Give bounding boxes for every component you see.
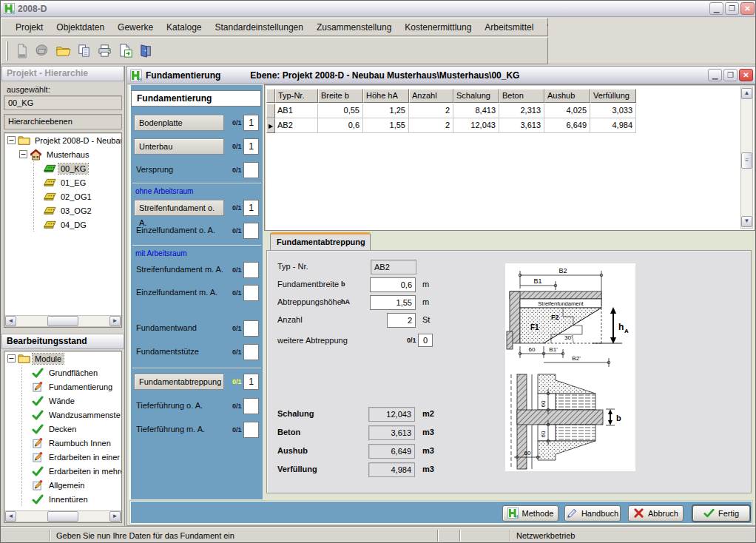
action-button-abbruch[interactable]: Abbruch xyxy=(628,505,684,522)
sidebar-item-count-box[interactable]: 1 xyxy=(243,200,259,216)
menu-item-standardeinstellungen[interactable]: Standardeinstellungen xyxy=(208,20,309,35)
table-cell[interactable]: 12,043 xyxy=(453,118,499,133)
sidebar-item-count-box[interactable]: 1 xyxy=(243,374,259,390)
menu-item-gewerke[interactable]: Gewerke xyxy=(111,20,160,35)
action-button-fertig[interactable]: Fertig xyxy=(692,505,750,522)
scroll-up-button[interactable]: ▲ xyxy=(741,88,752,99)
app-close-button[interactable]: ✕ xyxy=(740,2,755,15)
table-cell[interactable]: 0,55 xyxy=(318,104,363,118)
menu-item-arbeitsmittel[interactable]: Arbeitsmittel xyxy=(478,20,540,35)
table-cell[interactable]: 8,413 xyxy=(453,104,499,118)
sidebar-item-label[interactable]: Streifenfundament m. A. xyxy=(136,265,223,274)
table-column-header-typnr[interactable]: Typ-Nr. xyxy=(275,89,318,103)
sidebar-item-label[interactable]: Tieferführung m. A. xyxy=(136,425,205,434)
table-column-header-breiteb[interactable]: Breite b xyxy=(318,89,363,103)
tree-item-raumbuchinnen[interactable]: Raumbuch Innen xyxy=(4,436,121,450)
open-folder-icon[interactable] xyxy=(54,42,72,60)
app-minimize-button[interactable]: ▁ xyxy=(709,2,723,15)
sidebar-item-label[interactable]: Einzelfundament m. A. xyxy=(136,288,217,297)
tree-expander-minus-icon[interactable] xyxy=(7,136,16,144)
tree-item-musterhaus[interactable]: Musterhaus xyxy=(4,147,121,161)
tree-item-erdarbeitenineiner[interactable]: Erdarbeiten in einer xyxy=(4,450,121,464)
form-field-input[interactable]: 1,55 xyxy=(370,295,416,310)
tree-item-04_dg[interactable]: 04_DG xyxy=(4,217,121,232)
tree-item-wnde[interactable]: Wände xyxy=(4,394,121,408)
menu-item-kataloge[interactable]: Kataloge xyxy=(160,20,208,35)
child-close-button[interactable]: ✕ xyxy=(739,69,753,81)
scrollbar-thumb[interactable]: ≡ xyxy=(741,152,752,169)
tree-item-projekt2008dneubau[interactable]: Projekt 2008-D - Neubau xyxy=(4,133,121,147)
sidebar-item-button[interactable]: Streifenfundament o. A. xyxy=(134,200,224,216)
print-icon[interactable] xyxy=(95,42,113,60)
table-row-selector[interactable] xyxy=(266,104,275,118)
sidebar-item-label[interactable]: Fundamentwand xyxy=(136,323,197,332)
new-document-icon[interactable] xyxy=(13,42,30,60)
table-cell[interactable]: 4,025 xyxy=(544,104,590,118)
sidebar-item-label[interactable]: Einzelfundament o. A. xyxy=(136,226,215,235)
menu-item-projekt[interactable]: Projekt xyxy=(9,20,50,35)
child-maximize-button[interactable]: ❐ xyxy=(723,69,738,81)
scroll-left-button[interactable]: ◄ xyxy=(5,511,16,522)
sidebar-item-count-box[interactable] xyxy=(243,262,259,278)
tree-item-wandzusammenste[interactable]: Wandzusammenste xyxy=(4,408,121,422)
table-column-header-hheha[interactable]: Höhe hA xyxy=(363,89,409,103)
table-cell[interactable]: 2,313 xyxy=(499,104,544,118)
sidebar-item-button[interactable]: Unterbau xyxy=(134,138,224,155)
table-cell[interactable]: 4,984 xyxy=(590,118,636,133)
hierarchy-hscrollbar[interactable]: ◄ ► xyxy=(4,315,121,327)
sidebar-item-label[interactable]: Fundamentstütze xyxy=(136,347,199,356)
progress-hscrollbar[interactable]: ◄ ► xyxy=(4,510,121,522)
table-column-header-anzahl[interactable]: Anzahl xyxy=(409,89,453,103)
tree-item-module[interactable]: Module xyxy=(4,351,121,365)
sidebar-item-count-box[interactable] xyxy=(243,344,259,360)
table-cell[interactable]: 1,25 xyxy=(363,104,409,118)
scrollbar-thumb[interactable] xyxy=(47,511,78,522)
menu-item-objektdaten[interactable]: Objektdaten xyxy=(50,20,111,35)
scroll-left-button[interactable]: ◄ xyxy=(5,316,16,326)
sidebar-item-count-box[interactable]: 1 xyxy=(243,115,259,131)
scroll-right-button[interactable]: ► xyxy=(109,511,121,522)
export-document-icon[interactable] xyxy=(116,42,134,60)
table-cell[interactable]: 2 xyxy=(409,104,453,118)
sidebar-item-label[interactable]: Versprung xyxy=(136,165,173,174)
table-column-header-verfllung[interactable]: Verfüllung xyxy=(590,89,636,103)
table-cell[interactable]: AB1 xyxy=(275,104,318,118)
exit-door-icon[interactable] xyxy=(137,42,155,60)
table-vscrollbar[interactable]: ▲ ≡ ▼ xyxy=(740,87,753,229)
copy-icon[interactable] xyxy=(75,42,92,60)
app-restore-button[interactable]: ❐ xyxy=(725,2,739,15)
tree-item-02_og1[interactable]: 02_OG1 xyxy=(4,189,121,203)
sidebar-item-count-box[interactable] xyxy=(243,320,259,337)
form-field-input[interactable]: 0,6 xyxy=(370,277,416,292)
tree-item-erdarbeiteninmehre[interactable]: Erdarbeiten in mehre xyxy=(4,464,121,478)
sidebar-item-count-box[interactable] xyxy=(243,162,259,178)
tree-expander-minus-icon[interactable] xyxy=(19,150,27,158)
table-cell[interactable]: 6,649 xyxy=(544,118,590,133)
table-cell[interactable]: 2 xyxy=(409,118,453,133)
child-minimize-button[interactable]: ▁ xyxy=(708,69,722,81)
tree-item-decken[interactable]: Decken xyxy=(4,422,121,436)
sidebar-item-count-box[interactable] xyxy=(243,223,259,239)
table-column-header-aushub[interactable]: Aushub xyxy=(544,89,590,103)
menu-item-zusammenstellung[interactable]: Zusammenstellung xyxy=(310,20,398,35)
tree-expander-minus-icon[interactable] xyxy=(7,354,16,362)
tree-item-fundamentierung[interactable]: Fundamentierung xyxy=(4,380,121,394)
table-cell[interactable]: 1,55 xyxy=(363,118,409,133)
tree-item-innentren[interactable]: Innentüren xyxy=(4,492,121,506)
table-cell[interactable]: AB2 xyxy=(275,118,318,133)
tab-fundamentabtreppung[interactable]: Fundamentabtreppung xyxy=(270,232,371,251)
tree-item-allgemein[interactable]: Allgemein xyxy=(4,478,121,492)
sidebar-item-count-box[interactable] xyxy=(243,422,259,438)
sidebar-item-button[interactable]: Fundamentabtreppung xyxy=(134,374,224,390)
sidebar-item-count-box[interactable] xyxy=(243,398,259,414)
open-disabled-icon[interactable] xyxy=(33,42,51,60)
tree-item-grundflchen[interactable]: Grundflächen xyxy=(4,365,121,380)
scroll-down-button[interactable]: ▼ xyxy=(741,216,752,227)
table-cell[interactable]: 3,033 xyxy=(590,104,636,118)
scroll-right-button[interactable]: ► xyxy=(109,316,121,326)
action-button-handbuch[interactable]: Handbuch xyxy=(564,505,621,522)
scrollbar-thumb[interactable] xyxy=(47,316,78,326)
sidebar-item-count-box[interactable] xyxy=(243,285,259,301)
tree-item-01_eg[interactable]: 01_EG xyxy=(4,175,121,189)
action-button-methode[interactable]: HMethode xyxy=(502,505,558,522)
